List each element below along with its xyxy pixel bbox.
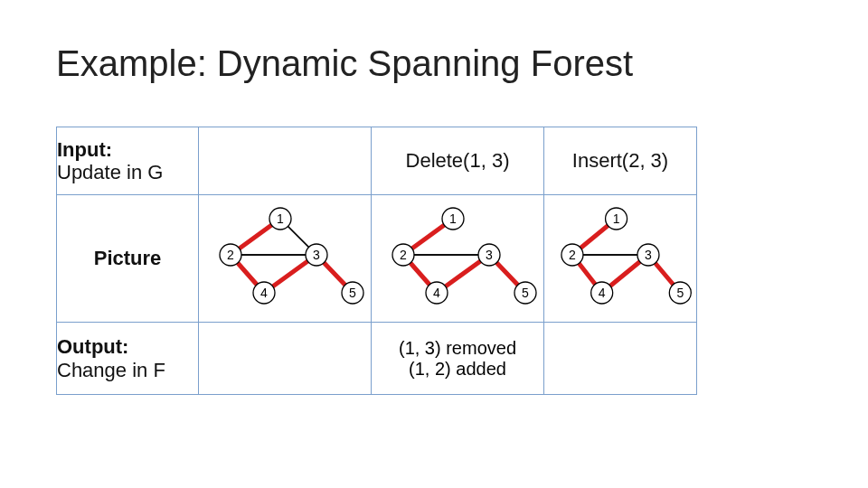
svg-text:3: 3 bbox=[486, 248, 493, 262]
page-title: Example: Dynamic Spanning Forest bbox=[56, 43, 633, 84]
svg-text:4: 4 bbox=[433, 286, 440, 300]
output-label-sub: Change in F bbox=[57, 359, 165, 381]
svg-text:3: 3 bbox=[313, 248, 320, 262]
cell-picture-label: Picture bbox=[57, 195, 199, 323]
cell-op-blank bbox=[199, 127, 372, 195]
cell-graph-0: 12345 bbox=[199, 195, 372, 323]
output-line-2: (1, 2) added bbox=[409, 359, 506, 379]
cell-output-blank-2 bbox=[544, 323, 697, 395]
svg-text:1: 1 bbox=[449, 211, 457, 226]
cell-graph-1: 12345 bbox=[372, 195, 544, 323]
graph-after-insert: 12345 bbox=[544, 195, 696, 322]
cell-op-insert: Insert(2, 3) bbox=[544, 127, 697, 195]
example-table: Input: Update in G Delete(1, 3) Insert(2… bbox=[56, 127, 697, 395]
svg-text:4: 4 bbox=[260, 286, 268, 300]
output-label-bold: Output: bbox=[57, 335, 128, 358]
svg-text:5: 5 bbox=[522, 286, 529, 300]
cell-graph-2: 12345 bbox=[544, 195, 697, 323]
graph-initial: 12345 bbox=[199, 195, 371, 322]
input-label-sub: Update in G bbox=[57, 161, 163, 183]
svg-text:5: 5 bbox=[676, 286, 684, 300]
cell-output-blank-1 bbox=[199, 323, 372, 395]
svg-text:2: 2 bbox=[569, 248, 576, 262]
svg-text:3: 3 bbox=[645, 248, 652, 262]
svg-text:2: 2 bbox=[400, 248, 407, 262]
svg-text:2: 2 bbox=[227, 248, 234, 262]
svg-text:4: 4 bbox=[599, 286, 606, 300]
input-label-bold: Input: bbox=[57, 138, 112, 161]
cell-output-delete: (1, 3) removed (1, 2) added bbox=[372, 323, 544, 395]
svg-text:1: 1 bbox=[277, 211, 284, 226]
cell-op-delete: Delete(1, 3) bbox=[372, 127, 544, 195]
cell-input-header: Input: Update in G bbox=[57, 127, 199, 195]
svg-text:5: 5 bbox=[349, 286, 356, 300]
cell-output-header: Output: Change in F bbox=[57, 323, 199, 395]
graph-after-delete: 12345 bbox=[372, 195, 543, 322]
output-line-1: (1, 3) removed bbox=[399, 338, 516, 358]
svg-text:1: 1 bbox=[613, 211, 620, 226]
